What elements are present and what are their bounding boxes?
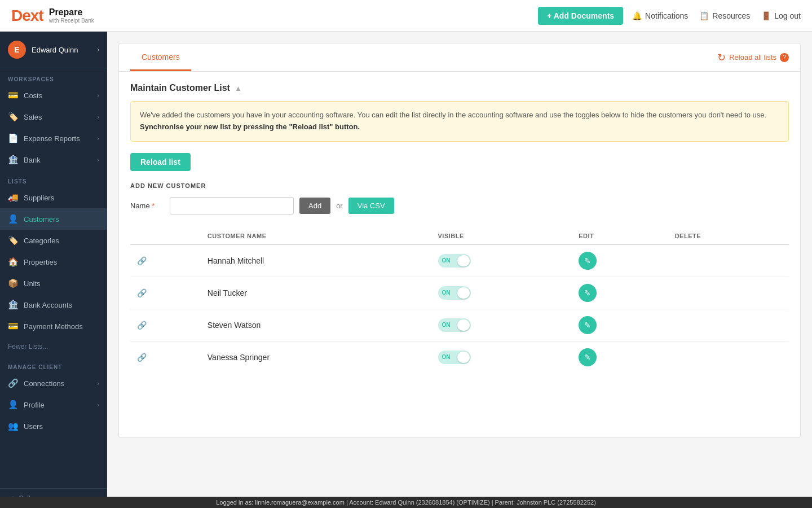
footer-bar: Logged in as: linnie.romaguera@example.c… xyxy=(0,497,812,508)
edit-button[interactable]: ✎ xyxy=(579,284,597,302)
layout: E Edward Quinn › WORKSPACES 💳 Costs › 🏷️… xyxy=(0,32,812,508)
link-cell: 🔗 xyxy=(130,309,201,341)
sidebar-item-users[interactable]: 👥 Users xyxy=(0,415,107,437)
properties-label: Properties xyxy=(24,258,99,266)
manage-client-label: MANAGE CLIENT xyxy=(0,356,107,373)
chevron-down-icon: › xyxy=(97,380,99,387)
sidebar-item-sales[interactable]: 🏷️ Sales › xyxy=(0,106,107,128)
link-cell: 🔗 xyxy=(130,244,201,277)
add-new-customer-label: ADD NEW CUSTOMER xyxy=(130,182,789,189)
sidebar-item-costs[interactable]: 💳 Costs › xyxy=(0,85,107,106)
name-field-label: Name * xyxy=(130,202,164,210)
content-card: Customers ↻ Reload all lists ? Maintain … xyxy=(118,43,801,438)
col-edit: EDIT xyxy=(572,228,668,244)
reload-list-button[interactable]: Reload list xyxy=(130,153,191,171)
bell-icon: 🔔 xyxy=(632,11,642,20)
card-body: Maintain Customer List ▲ We've added the… xyxy=(119,72,800,384)
visible-cell: ON xyxy=(431,244,572,277)
logout-button[interactable]: 🚪 Log out xyxy=(761,11,801,20)
add-customer-row: Name * Add or Via CSV xyxy=(130,197,789,214)
via-csv-button[interactable]: Via CSV xyxy=(348,198,394,214)
sidebar-item-units[interactable]: 📦 Units xyxy=(0,273,107,294)
customer-name-cell: Neil Tucker xyxy=(201,277,431,309)
customer-name-cell: Steven Watson xyxy=(201,309,431,341)
notifications-button[interactable]: 🔔 Notifications xyxy=(632,11,688,20)
sidebar-item-properties[interactable]: 🏠 Properties xyxy=(0,251,107,273)
units-icon: 📦 xyxy=(8,278,18,288)
info-box: We've added the customers you have in yo… xyxy=(130,101,789,142)
costs-label: Costs xyxy=(24,91,91,100)
link-icon: 🔗 xyxy=(137,353,147,362)
sidebar-item-bank-accounts[interactable]: 🏦 Bank Accounts xyxy=(0,294,107,316)
sales-icon: 🏷️ xyxy=(8,112,18,122)
customers-icon: 👤 xyxy=(8,214,18,224)
table-row: 🔗 Hannah Mitchell ON ✎ xyxy=(130,244,789,277)
sidebar-item-bank[interactable]: 🏦 Bank › xyxy=(0,149,107,170)
product-name: Prepare xyxy=(49,7,94,17)
link-cell: 🔗 xyxy=(130,341,201,373)
edit-button[interactable]: ✎ xyxy=(579,316,597,334)
add-customer-button[interactable]: Add xyxy=(299,198,330,214)
tab-customers[interactable]: Customers xyxy=(130,43,191,71)
customer-name-input[interactable] xyxy=(170,197,294,214)
link-icon: 🔗 xyxy=(137,288,147,297)
footer-text: Logged in as: linnie.romaguera@example.c… xyxy=(216,499,596,506)
customer-table-body: 🔗 Hannah Mitchell ON ✎ 🔗 Neil Tucker ON xyxy=(130,244,789,373)
bank-accounts-label: Bank Accounts xyxy=(24,301,99,309)
sidebar-item-customers[interactable]: 👤 Customers xyxy=(0,208,107,230)
sidebar-item-categories[interactable]: 🏷️ Categories xyxy=(0,230,107,251)
properties-icon: 🏠 xyxy=(8,257,18,267)
edit-cell: ✎ xyxy=(572,309,668,341)
edit-button[interactable]: ✎ xyxy=(579,348,597,366)
chevron-down-icon: › xyxy=(97,135,99,142)
visible-toggle[interactable]: ON xyxy=(438,318,471,332)
toggle-on-label: ON xyxy=(438,257,451,264)
add-documents-button[interactable]: + Add Documents xyxy=(538,7,623,25)
product-info: Prepare with Receipt Bank xyxy=(49,7,94,24)
chevron-down-icon: › xyxy=(97,156,99,163)
delete-cell xyxy=(668,341,789,373)
edit-button[interactable]: ✎ xyxy=(579,252,597,270)
chevron-down-icon: › xyxy=(97,401,99,408)
customer-name-cell: Hannah Mitchell xyxy=(201,244,431,277)
col-customer-name: CUSTOMER NAME xyxy=(201,228,431,244)
chevron-down-icon: › xyxy=(97,113,99,120)
reload-all-label: Reload all lists xyxy=(729,53,776,62)
customer-name-cell: Vanessa Springer xyxy=(201,341,431,373)
user-row[interactable]: E Edward Quinn › xyxy=(0,32,107,68)
resources-button[interactable]: 📋 Resources xyxy=(699,11,750,20)
toggle-on-label: ON xyxy=(438,290,451,296)
logo-area: Dext Prepare with Receipt Bank xyxy=(11,7,94,25)
table-row: 🔗 Steven Watson ON ✎ xyxy=(130,309,789,341)
card-header: Customers ↻ Reload all lists ? xyxy=(119,43,800,72)
payment-methods-icon: 💳 xyxy=(8,321,18,331)
col-visible: VISIBLE xyxy=(431,228,572,244)
sidebar-item-payment-methods[interactable]: 💳 Payment Methods xyxy=(0,316,107,337)
toggle-on-label: ON xyxy=(438,354,451,360)
info-bold-text: Synchronise your new list by pressing th… xyxy=(140,122,360,131)
link-icon: 🔗 xyxy=(137,256,147,265)
sidebar-item-profile[interactable]: 👤 Profile › xyxy=(0,394,107,415)
logout-icon: 🚪 xyxy=(761,11,771,20)
expense-reports-label: Expense Reports xyxy=(24,134,91,143)
visible-toggle[interactable]: ON xyxy=(438,351,471,364)
visible-toggle[interactable]: ON xyxy=(438,286,471,300)
fewer-lists-button[interactable]: Fewer Lists... xyxy=(0,337,107,356)
sidebar-item-suppliers[interactable]: 🚚 Suppliers xyxy=(0,187,107,208)
or-separator: or xyxy=(336,202,343,210)
dext-logo: Dext xyxy=(11,7,43,25)
sidebar-item-expense-reports[interactable]: 📄 Expense Reports › xyxy=(0,128,107,149)
chevron-down-icon: › xyxy=(97,92,99,99)
sidebar-item-connections[interactable]: 🔗 Connections › xyxy=(0,373,107,394)
lists-label: LISTS xyxy=(0,170,107,187)
table-row: 🔗 Vanessa Springer ON ✎ xyxy=(130,341,789,373)
visible-toggle[interactable]: ON xyxy=(438,254,471,268)
reload-all-button[interactable]: ↻ Reload all lists ? xyxy=(717,51,789,64)
visible-cell: ON xyxy=(431,341,572,373)
connections-icon: 🔗 xyxy=(8,378,18,388)
expense-reports-icon: 📄 xyxy=(8,133,18,143)
section-title-text: Maintain Customer List xyxy=(130,83,230,93)
categories-label: Categories xyxy=(24,237,99,245)
logout-label: Log out xyxy=(774,11,801,20)
toggle-knob xyxy=(457,255,470,266)
